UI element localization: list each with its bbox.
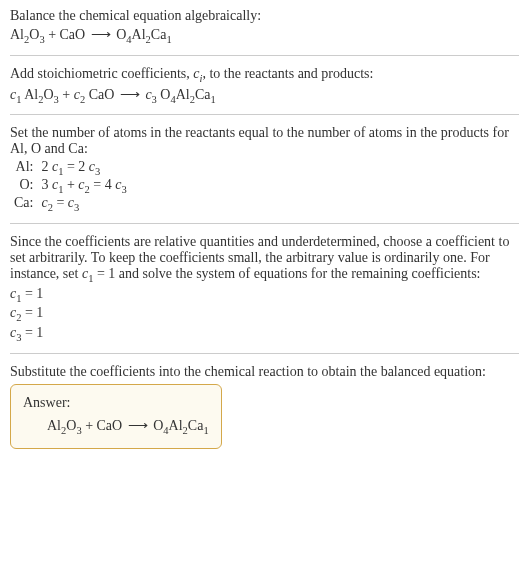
reaction-arrow: ⟶ <box>85 27 116 42</box>
species-product: O4Al2Ca1 <box>116 27 171 42</box>
equation-ca: c2 = c3 <box>37 195 130 213</box>
unbalanced-equation: Al2O3 + CaO ⟶ O4Al2Ca1 <box>10 26 519 45</box>
coefficient-value-c1: c1 = 1 <box>10 286 519 304</box>
balanced-equation: Al2O3 + CaO ⟶ O4Al2Ca1 <box>23 417 209 436</box>
element-label-al: Al: <box>10 159 37 177</box>
add-coefficients-text: Add stoichiometric coefficients, ci, to … <box>10 66 519 84</box>
solve-section: Since the coefficients are relative quan… <box>10 234 519 343</box>
species-cao: CaO <box>97 418 123 433</box>
divider <box>10 114 519 115</box>
intro-section: Balance the chemical equation algebraica… <box>10 8 519 45</box>
table-row: O: 3 c1 + c2 = 4 c3 <box>10 177 131 195</box>
answer-box: Answer: Al2O3 + CaO ⟶ O4Al2Ca1 <box>10 384 222 449</box>
species-cao: CaO <box>60 27 86 42</box>
divider <box>10 353 519 354</box>
coefficient-equation: c1 Al2O3 + c2 CaO ⟶ c3 O4Al2Ca1 <box>10 86 519 105</box>
reaction-arrow: ⟶ <box>114 87 145 102</box>
answer-label: Answer: <box>23 395 209 411</box>
substitute-text: Substitute the coefficients into the che… <box>10 364 519 380</box>
atom-balance-section: Set the number of atoms in the reactants… <box>10 125 519 212</box>
element-label-o: O: <box>10 177 37 195</box>
element-label-ca: Ca: <box>10 195 37 213</box>
divider <box>10 55 519 56</box>
reaction-arrow: ⟶ <box>122 418 153 433</box>
atom-balance-text: Set the number of atoms in the reactants… <box>10 125 519 157</box>
equation-o: 3 c1 + c2 = 4 c3 <box>37 177 130 195</box>
coefficient-value-c3: c3 = 1 <box>10 325 519 343</box>
species-al2o3: Al2O3 <box>10 27 45 42</box>
result-section: Substitute the coefficients into the che… <box>10 364 519 449</box>
intro-text: Balance the chemical equation algebraica… <box>10 8 519 24</box>
species-product: O4Al2Ca1 <box>160 87 215 102</box>
species-al2o3: Al2O3 <box>47 418 82 433</box>
species-al2o3: Al2O3 <box>24 87 59 102</box>
divider <box>10 223 519 224</box>
table-row: Ca: c2 = c3 <box>10 195 131 213</box>
species-cao: CaO <box>89 87 115 102</box>
solve-text: Since the coefficients are relative quan… <box>10 234 519 284</box>
atom-equations-table: Al: 2 c1 = 2 c3 O: 3 c1 + c2 = 4 c3 Ca: … <box>10 159 131 212</box>
add-coefficients-section: Add stoichiometric coefficients, ci, to … <box>10 66 519 105</box>
equation-al: 2 c1 = 2 c3 <box>37 159 130 177</box>
table-row: Al: 2 c1 = 2 c3 <box>10 159 131 177</box>
species-product: O4Al2Ca1 <box>153 418 208 433</box>
coefficient-value-c2: c2 = 1 <box>10 305 519 323</box>
